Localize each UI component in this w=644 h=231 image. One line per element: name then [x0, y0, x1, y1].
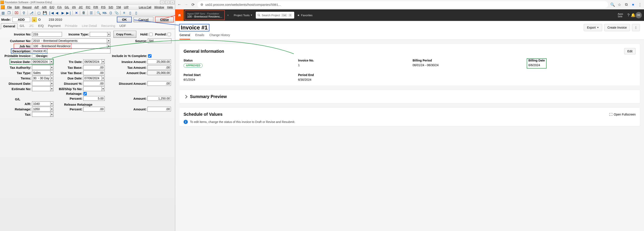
- gl-tax-input[interactable]: [32, 112, 50, 117]
- apps-selector[interactable]: Apps Sele: [615, 9, 626, 21]
- tab-general[interactable]: General: [1, 23, 18, 29]
- project-tools-menu[interactable]: Project Tools ▼: [230, 9, 256, 21]
- tab-printable[interactable]: Printable: [63, 23, 80, 29]
- help-icon[interactable]: ?: [626, 13, 631, 17]
- income-type-dropdown-icon[interactable]: ▼: [107, 32, 110, 37]
- profile-icon[interactable]: ●: [631, 2, 636, 7]
- reload-icon[interactable]: ⟳: [190, 2, 195, 7]
- description-input[interactable]: [32, 49, 48, 53]
- customer-dropdown-icon[interactable]: ▼: [107, 38, 110, 43]
- favorites-link[interactable]: ★ Favorites: [294, 9, 316, 21]
- summary-preview-toggle[interactable]: Summary Preview: [184, 94, 636, 99]
- edit-button[interactable]: Edit: [624, 48, 636, 54]
- menu-gl[interactable]: G/L: [64, 5, 70, 9]
- discount-date-input[interactable]: [32, 81, 50, 86]
- menu-ar[interactable]: A/R: [40, 5, 48, 9]
- copy-icon[interactable]: ❐: [6, 10, 11, 15]
- tax-authority-dropdown-icon[interactable]: ▼: [50, 65, 54, 70]
- menu-file[interactable]: File: [6, 5, 13, 9]
- code-icon[interactable]: ⟨⟩: [108, 10, 113, 15]
- billship-dropdown-icon[interactable]: ▼: [102, 86, 105, 91]
- use-tax-base-input[interactable]: [83, 70, 105, 75]
- first-icon[interactable]: ❘◀: [48, 10, 53, 15]
- lock-icon[interactable]: 🔒: [32, 17, 36, 22]
- menu-help[interactable]: Help: [166, 5, 174, 9]
- discount-amount-input[interactable]: [148, 81, 171, 86]
- sql-icon[interactable]: SQL: [102, 10, 107, 15]
- minimize-button[interactable]: ─: [160, 1, 164, 4]
- gl-ret-input[interactable]: [32, 107, 50, 111]
- cancel-button[interactable]: Cancel: [134, 17, 154, 22]
- book-icon[interactable]: ▥: [1, 10, 5, 15]
- menu-edit[interactable]: Edit: [14, 5, 21, 9]
- invoice-date-input[interactable]: [32, 59, 50, 64]
- printable-checkbox[interactable]: [32, 54, 36, 58]
- list-icon[interactable]: ☰: [89, 10, 94, 15]
- home-button[interactable]: [175, 9, 184, 21]
- pin-icon[interactable]: ⚲: [22, 10, 26, 15]
- ar-dropdown-icon[interactable]: ▼: [50, 101, 54, 106]
- hold-checkbox[interactable]: [149, 33, 152, 36]
- tax-type-input[interactable]: [32, 70, 50, 75]
- menu-fa[interactable]: F/A: [56, 5, 63, 9]
- pc-tab-change-history[interactable]: Change History: [210, 33, 230, 39]
- menu-pc[interactable]: P/C: [84, 5, 92, 9]
- tab-gl[interactable]: G/L: [18, 23, 27, 29]
- trx-date-dropdown-icon[interactable]: ▼: [102, 59, 105, 64]
- save-icon[interactable]: 💾: [42, 10, 47, 15]
- ret-percent-input[interactable]: [83, 96, 105, 101]
- terms-input[interactable]: [32, 76, 50, 80]
- gl-ret-dropdown-icon[interactable]: ▼: [50, 107, 54, 111]
- bookmark-icon[interactable]: ☆: [617, 2, 622, 7]
- open-fullscreen[interactable]: ⛶ Open Fullscreen: [610, 113, 636, 116]
- menu-eq[interactable]: E/Q: [48, 5, 56, 9]
- menu-record[interactable]: Record: [21, 5, 33, 9]
- pc-tab-general[interactable]: General: [180, 33, 190, 39]
- search-icon[interactable]: 🔍: [96, 10, 101, 15]
- posted-checkbox[interactable]: [168, 33, 171, 36]
- url-bar[interactable]: ⚙ us02.procore.com/webclients/host/compa…: [198, 1, 608, 8]
- tab-udf[interactable]: UDF: [117, 23, 128, 29]
- tax-type-dropdown-icon[interactable]: ▼: [50, 70, 54, 75]
- extensions-icon[interactable]: ⧉: [624, 2, 628, 7]
- delete-icon[interactable]: ✕: [74, 10, 79, 15]
- ret-amount-input[interactable]: [148, 96, 171, 101]
- trx-date-input[interactable]: [83, 59, 102, 64]
- rel-amount-input[interactable]: [148, 107, 171, 111]
- project-selector[interactable]: Agave ERP Sync - Foundation 100 - Brentw…: [184, 10, 225, 20]
- income-type-input[interactable]: [90, 32, 107, 37]
- tab-eq[interactable]: E/Q: [36, 23, 46, 29]
- search-project[interactable]: Search Project Cmd K: [256, 12, 294, 18]
- notifications-icon[interactable]: 🔔: [631, 13, 636, 17]
- description-ext-input[interactable]: [48, 49, 110, 53]
- discount-pct-input[interactable]: [83, 81, 105, 86]
- forward-icon[interactable]: →: [184, 2, 188, 7]
- bullets-icon[interactable]: ≡: [122, 10, 126, 15]
- discount-date-dropdown-icon[interactable]: ▼: [50, 81, 54, 86]
- back-icon[interactable]: ←: [177, 2, 182, 7]
- menu-log-call[interactable]: Log a Call: [138, 5, 152, 9]
- tax-authority-input[interactable]: [32, 65, 50, 70]
- menu-ap[interactable]: A/P: [33, 5, 40, 9]
- estimate-no-input[interactable]: [32, 86, 50, 91]
- customer-no-input[interactable]: [32, 38, 107, 43]
- tab-line-detail[interactable]: Line Detail: [80, 23, 99, 29]
- menu-jc[interactable]: J/C: [77, 5, 84, 9]
- tab-recurring[interactable]: Recurring: [99, 23, 117, 29]
- project-dropdown-icon[interactable]: ▼: [226, 14, 230, 16]
- due-date-dropdown-icon[interactable]: ▼: [102, 76, 105, 80]
- site-settings-icon[interactable]: ⚙: [200, 3, 203, 7]
- branch-icon[interactable]: ⎇: [29, 10, 34, 15]
- trash-icon[interactable]: 🗑: [82, 10, 86, 15]
- invoice-amount-input[interactable]: [148, 59, 171, 64]
- menu-in[interactable]: I/N: [71, 5, 77, 9]
- menu-sd[interactable]: S/D: [107, 5, 114, 9]
- estimate-dropdown-icon[interactable]: ▼: [50, 86, 54, 91]
- tab-payment[interactable]: Payment: [46, 23, 62, 29]
- ar-input[interactable]: [32, 101, 50, 106]
- zoom-icon[interactable]: 🔍: [610, 2, 615, 7]
- ok-button[interactable]: OK: [117, 17, 132, 22]
- job-dropdown-icon[interactable]: ▼: [107, 44, 110, 48]
- next-icon[interactable]: ▶: [60, 10, 65, 15]
- invoice-no-input[interactable]: [32, 32, 62, 37]
